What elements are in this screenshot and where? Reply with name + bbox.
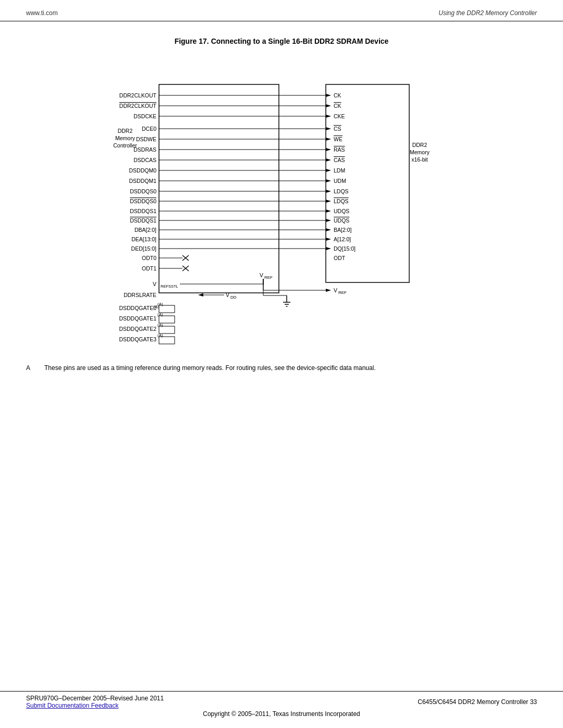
svg-text:CS: CS bbox=[334, 126, 341, 132]
svg-text:DSDDQGATE1: DSDDQGATE1 bbox=[119, 315, 156, 322]
svg-text:BA[2:0]: BA[2:0] bbox=[334, 227, 352, 233]
svg-text:UDM: UDM bbox=[334, 178, 346, 184]
svg-text:CAS: CAS bbox=[334, 157, 345, 163]
svg-text:DQ[15:0]: DQ[15:0] bbox=[334, 245, 356, 252]
svg-text:DD: DD bbox=[230, 295, 237, 300]
svg-text:DSDDQGATE2: DSDDQGATE2 bbox=[119, 326, 156, 332]
svg-text:REF: REF bbox=[264, 275, 273, 280]
svg-text:V: V bbox=[226, 292, 229, 298]
svg-text:ODT0: ODT0 bbox=[142, 255, 156, 261]
svg-text:DSDCKE: DSDCKE bbox=[133, 113, 156, 119]
submit-feedback-link[interactable]: Submit Documentation Feedback bbox=[26, 702, 118, 709]
svg-text:DSDRAS: DSDRAS bbox=[133, 146, 156, 153]
footer-doc-title: C6455/C6454 DDR2 Memory Controller bbox=[418, 698, 530, 706]
svg-text:V: V bbox=[260, 272, 263, 278]
svg-text:DDR2CLKOUT: DDR2CLKOUT bbox=[119, 92, 157, 98]
svg-text:DCE0: DCE0 bbox=[142, 126, 156, 132]
figure-container: Figure 17. Connecting to a Single 16-Bit… bbox=[0, 37, 563, 348]
svg-text:DSDDQGATE3: DSDDQGATE3 bbox=[119, 336, 156, 342]
header-url: www.ti.com bbox=[26, 9, 58, 17]
svg-text:DDR2: DDR2 bbox=[118, 128, 133, 134]
svg-text:Memory: Memory bbox=[410, 149, 430, 155]
svg-text:DSDDQS0: DSDDQS0 bbox=[130, 188, 156, 194]
svg-text:(A): (A) bbox=[157, 323, 163, 327]
footer-doc-id: SPRU970G–December 2005–Revised June 2011 bbox=[26, 695, 164, 702]
svg-text:V: V bbox=[334, 287, 337, 293]
svg-text:LDQS: LDQS bbox=[334, 188, 349, 194]
page-footer: SPRU970G–December 2005–Revised June 2011… bbox=[0, 691, 563, 718]
svg-rect-78 bbox=[159, 305, 175, 313]
svg-text:DED[15:0]: DED[15:0] bbox=[131, 245, 157, 252]
svg-text:(A): (A) bbox=[157, 312, 163, 317]
figure-title: Figure 17. Connecting to a Single 16-Bit… bbox=[26, 37, 537, 45]
footer-right: C6455/C6454 DDR2 Memory Controller 33 bbox=[418, 698, 537, 706]
svg-text:DBA[2:0]: DBA[2:0] bbox=[134, 227, 156, 233]
svg-text:(A): (A) bbox=[157, 333, 163, 338]
svg-text:DDR2CLKOUT: DDR2CLKOUT bbox=[119, 103, 157, 109]
svg-text:UDQS: UDQS bbox=[334, 217, 349, 224]
svg-text:DSDDQS1: DSDDQS1 bbox=[130, 217, 156, 224]
svg-text:DSDDQM1: DSDDQM1 bbox=[129, 178, 156, 184]
svg-text:ODT1: ODT1 bbox=[142, 265, 156, 272]
svg-text:REF: REF bbox=[338, 290, 347, 295]
svg-text:RAS: RAS bbox=[334, 146, 345, 153]
svg-rect-82 bbox=[159, 326, 175, 334]
svg-text:DSDDQS0: DSDDQS0 bbox=[130, 198, 156, 204]
svg-text:DSDDQS1: DSDDQS1 bbox=[130, 208, 156, 214]
svg-text:CKE: CKE bbox=[334, 113, 345, 119]
svg-text:DSDCAS: DSDCAS bbox=[133, 157, 156, 163]
svg-text:x16-bit: x16-bit bbox=[411, 156, 428, 163]
svg-text:DDRSLRATE: DDRSLRATE bbox=[124, 292, 156, 298]
svg-rect-0 bbox=[159, 84, 279, 293]
footer-left: SPRU970G–December 2005–Revised June 2011… bbox=[26, 695, 164, 709]
footer-page-num: 33 bbox=[530, 698, 537, 706]
footer-copyright: Copyright © 2005–2011, Texas Instruments… bbox=[203, 710, 360, 718]
page-header: www.ti.com Using the DDR2 Memory Control… bbox=[0, 0, 563, 21]
svg-text:ODT: ODT bbox=[334, 255, 346, 261]
svg-text:DDR2: DDR2 bbox=[412, 142, 427, 148]
svg-text:(A): (A) bbox=[157, 302, 163, 306]
svg-text:DSDDQM0: DSDDQM0 bbox=[129, 167, 156, 174]
svg-text:CK: CK bbox=[334, 92, 341, 98]
svg-marker-73 bbox=[198, 293, 203, 297]
svg-rect-80 bbox=[159, 316, 175, 323]
svg-text:A[12:0]: A[12:0] bbox=[334, 236, 351, 242]
svg-text:WE: WE bbox=[334, 136, 342, 142]
svg-marker-65 bbox=[326, 289, 331, 292]
header-title: Using the DDR2 Memory Controller bbox=[438, 9, 537, 17]
svg-text:DEA[13:0]: DEA[13:0] bbox=[131, 236, 156, 242]
svg-text:V: V bbox=[153, 281, 156, 287]
svg-text:Memory: Memory bbox=[115, 135, 136, 141]
svg-text:REFSSTL: REFSSTL bbox=[161, 284, 178, 289]
svg-text:LDQS: LDQS bbox=[334, 198, 349, 204]
svg-text:CK: CK bbox=[334, 103, 341, 109]
svg-text:DSDDQGATE0: DSDDQGATE0 bbox=[119, 305, 156, 311]
svg-rect-84 bbox=[159, 337, 175, 344]
footnote-text: These pins are used as a timing referenc… bbox=[44, 363, 376, 373]
circuit-diagram: DDR2CLKOUT DDR2CLKOUT DSDCKE DDR2 Memory… bbox=[78, 56, 485, 348]
footnote: A These pins are used as a timing refere… bbox=[0, 363, 563, 373]
svg-text:DSDWE: DSDWE bbox=[136, 136, 156, 142]
footnote-label: A bbox=[26, 363, 34, 373]
svg-text:LDM: LDM bbox=[334, 167, 345, 174]
svg-text:UDQS: UDQS bbox=[334, 208, 349, 214]
